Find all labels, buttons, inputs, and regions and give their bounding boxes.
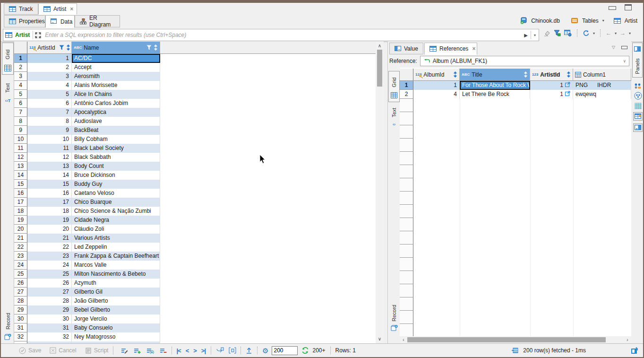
cell-artistid[interactable]: 2 xyxy=(27,63,72,72)
cell-title[interactable]: Let There Be Rock xyxy=(460,90,530,99)
column-header-name[interactable]: ABC Name xyxy=(72,42,160,53)
tab-properties[interactable]: Properties xyxy=(4,15,45,27)
cell-artistid[interactable]: 19 xyxy=(27,216,72,225)
cell-albumid[interactable]: 4 xyxy=(413,90,460,99)
scroll-right-icon[interactable]: › xyxy=(625,336,630,343)
cell-artistid[interactable]: 26 xyxy=(27,279,72,288)
table-row[interactable]: 1111Black Label Society xyxy=(14,144,376,153)
cell-artistid[interactable]: 25 xyxy=(27,270,72,279)
table-row[interactable]: 11AC/DC xyxy=(14,54,376,63)
cell-name[interactable]: Marcos Valle xyxy=(72,261,160,270)
references-panel-icon[interactable] xyxy=(633,123,643,132)
cell-name[interactable]: Caetano Veloso xyxy=(72,189,160,198)
sort-icon[interactable] xyxy=(154,44,158,51)
table-row[interactable]: 99BackBeat xyxy=(14,126,376,135)
cell-name[interactable]: BackBeat xyxy=(72,126,160,135)
delete-row-icon[interactable] xyxy=(160,348,167,354)
apply-filter-icon[interactable]: ▶ xyxy=(522,30,530,40)
filter-history-icon[interactable]: ▾ xyxy=(531,30,539,40)
metadata-panel-icon[interactable] xyxy=(633,112,643,121)
row-number[interactable]: 11 xyxy=(14,144,27,153)
scroll-up-icon[interactable]: ∧ xyxy=(376,43,384,49)
cell-artistid[interactable]: 3 xyxy=(27,72,72,81)
tab-data[interactable]: ‹› Data xyxy=(45,15,75,28)
row-number[interactable]: 6 xyxy=(14,99,27,108)
tab-track[interactable]: Track xyxy=(4,3,38,15)
nav-forward-menu-icon[interactable]: ▾ xyxy=(629,31,631,35)
row-number[interactable]: 28 xyxy=(14,297,27,306)
cell-artistid[interactable]: 30 xyxy=(27,314,72,323)
row-number[interactable]: 2 xyxy=(400,90,413,99)
table-row[interactable]: 2323Frank Zappa & Captain Beefheart xyxy=(14,252,376,261)
cell-name[interactable]: Alanis Morissette xyxy=(72,81,160,90)
filter-bar[interactable]: Artist Enter a SQL expression to filter … xyxy=(3,29,539,41)
cell-artistid[interactable]: 5 xyxy=(27,90,72,99)
row-number[interactable]: 25 xyxy=(14,270,27,279)
table-row[interactable]: 1818Chico Science & Nação Zumbi xyxy=(14,207,376,216)
cell-name[interactable]: Gilberto Gil xyxy=(72,288,160,297)
panels-tab[interactable]: Panels xyxy=(632,43,643,78)
calc-panel-icon[interactable] xyxy=(635,103,642,109)
row-number[interactable]: 14 xyxy=(14,171,27,180)
cell-name[interactable]: Cláudio Zoli xyxy=(72,225,160,234)
table-row[interactable]: 66Antônio Carlos Jobim xyxy=(14,99,376,108)
column-header-albumid[interactable]: 123 AlbumId xyxy=(413,69,460,80)
grouping-panel-icon[interactable] xyxy=(634,92,642,100)
cell-artistid[interactable]: 28 xyxy=(27,297,72,306)
references-grid[interactable]: 123 AlbumId ABC Title 123 ArtistId Colum… xyxy=(400,68,631,336)
next-row-icon[interactable]: > xyxy=(193,347,197,354)
tab-value[interactable]: Value xyxy=(389,43,423,54)
cell-name[interactable]: Baby Consuelo xyxy=(72,323,160,332)
cell-name[interactable]: Frank Zappa & Captain Beefheart xyxy=(72,252,160,261)
tab-er-diagram[interactable]: ER Diagram xyxy=(75,15,120,27)
cell-artistid[interactable]: 12 xyxy=(27,153,72,162)
column-header-artistid[interactable]: 123 ArtistId xyxy=(530,69,573,80)
ref-presentation-tab-grid[interactable]: Grid xyxy=(388,71,400,102)
ref-presentation-tab-record[interactable]: Record xyxy=(388,303,400,336)
link-icon[interactable] xyxy=(565,91,570,96)
table-row[interactable]: 2929Bebel Gilberto xyxy=(14,306,376,314)
row-number[interactable]: 20 xyxy=(14,225,27,234)
cell-name[interactable]: Milton Nascimento & Bebeto xyxy=(72,270,160,279)
filter-table-name[interactable]: Artist xyxy=(15,32,30,38)
cell-name[interactable]: Apocalyptica xyxy=(72,108,160,117)
cell-name[interactable]: Billy Cobham xyxy=(72,135,160,144)
sort-icon[interactable] xyxy=(524,71,528,78)
sort-icon[interactable] xyxy=(66,44,70,51)
cell-name[interactable]: Black Label Society xyxy=(72,144,160,153)
row-number[interactable]: 15 xyxy=(14,180,27,189)
panel-minimize-icon[interactable] xyxy=(621,46,627,49)
first-row-icon[interactable]: |< xyxy=(176,347,180,354)
table-row[interactable]: 1010Billy Cobham xyxy=(14,135,376,144)
cell-artistid[interactable]: 21 xyxy=(27,234,72,243)
row-number[interactable]: 18 xyxy=(14,207,27,216)
row-number[interactable]: 9 xyxy=(14,126,27,135)
row-number[interactable]: 27 xyxy=(14,288,27,297)
cell-artistid[interactable]: 23 xyxy=(27,252,72,261)
row-number[interactable]: 21 xyxy=(14,234,27,243)
row-number[interactable]: 8 xyxy=(14,117,27,126)
row-number[interactable]: 24 xyxy=(14,261,27,270)
cell-name[interactable]: Audioslave xyxy=(72,117,160,126)
scroll-down-icon[interactable]: ∨ xyxy=(376,336,384,342)
cell-name[interactable]: Ney Matogrosso xyxy=(72,332,160,341)
table-row[interactable]: 2121Various Artists xyxy=(14,234,376,243)
row-number[interactable]: 31 xyxy=(14,323,27,332)
row-number[interactable]: 1 xyxy=(400,81,413,90)
database-name[interactable]: Chinook.db xyxy=(531,17,560,24)
row-number[interactable]: 2 xyxy=(14,63,27,72)
row-number[interactable]: 32 xyxy=(14,332,27,341)
row-number[interactable]: 17 xyxy=(14,198,27,207)
cell-artistid[interactable]: 29 xyxy=(27,306,72,314)
cell-artistid[interactable]: 1 xyxy=(27,54,72,63)
close-icon[interactable]: × xyxy=(70,6,73,12)
edit-row-icon[interactable] xyxy=(121,348,128,354)
row-number[interactable]: 13 xyxy=(14,162,27,171)
cell-artistid[interactable]: 1 xyxy=(530,81,573,90)
result-grid[interactable]: 123 ArtistId ABC Name 11AC/DC22Accept33A… xyxy=(14,42,376,343)
table-row[interactable]: 3131Baby Consuelo xyxy=(14,323,376,332)
table-row[interactable]: 2525Milton Nascimento & Bebeto xyxy=(14,270,376,279)
cell-name[interactable]: Black Sabbath xyxy=(72,153,160,162)
row-number[interactable]: 12 xyxy=(14,153,27,162)
corner-cell[interactable] xyxy=(14,42,27,53)
